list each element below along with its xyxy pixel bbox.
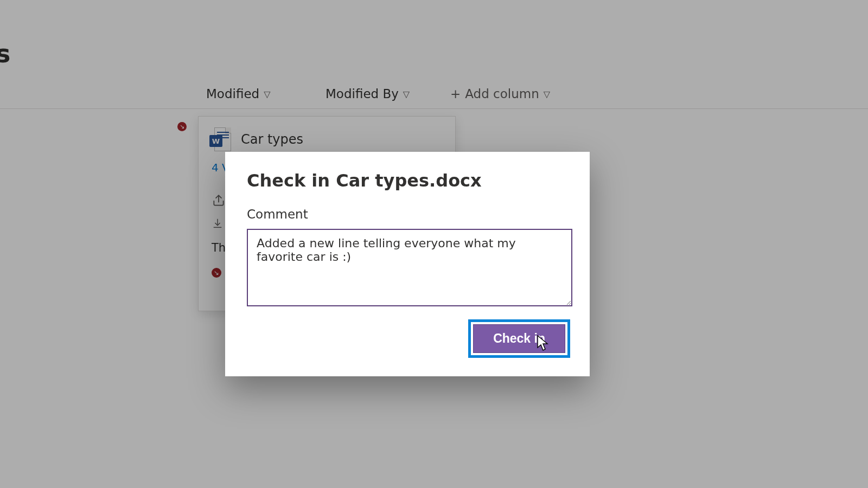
dialog-title: Check in Car types.docx — [247, 170, 570, 191]
check-in-button[interactable]: Check in — [473, 324, 565, 353]
comment-textarea[interactable] — [247, 229, 572, 306]
check-in-dialog: Check in Car types.docx Comment Check in — [225, 152, 590, 376]
comment-label: Comment — [247, 207, 570, 221]
check-in-button-focus-ring: Check in — [468, 319, 570, 358]
